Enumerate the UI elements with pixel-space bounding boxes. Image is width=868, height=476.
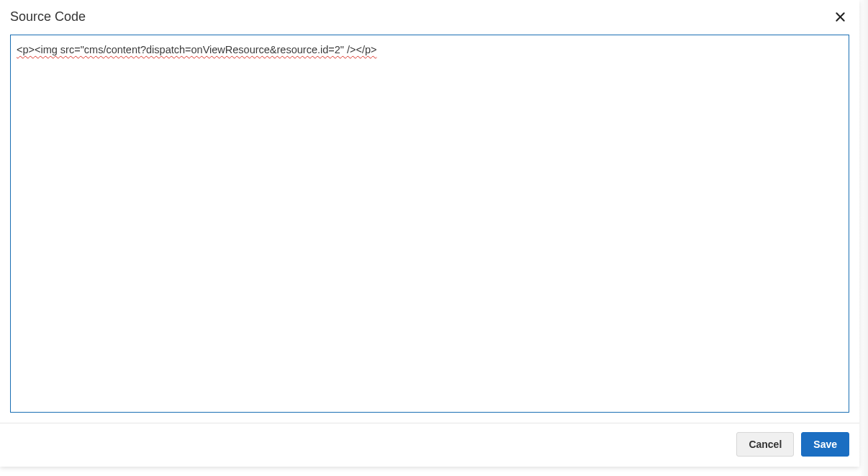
close-icon [835,12,846,22]
cancel-button[interactable]: Cancel [736,432,794,457]
right-shadow-edge [859,0,868,476]
source-code-textarea[interactable] [10,35,849,413]
close-button[interactable] [832,9,848,24]
source-code-dialog: Source Code Cancel Save [0,0,859,467]
save-button[interactable]: Save [801,432,849,457]
dialog-footer: Cancel Save [0,423,859,467]
dialog-body [0,32,859,423]
dialog-title: Source Code [10,9,86,24]
dialog-header: Source Code [0,0,859,32]
